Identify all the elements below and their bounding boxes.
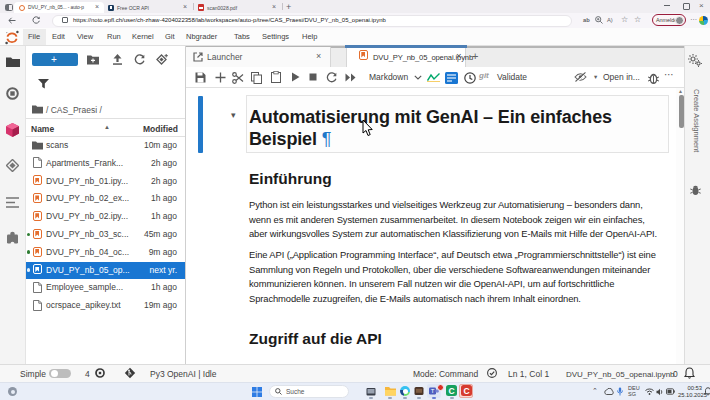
svg-text:T: T — [431, 388, 435, 394]
